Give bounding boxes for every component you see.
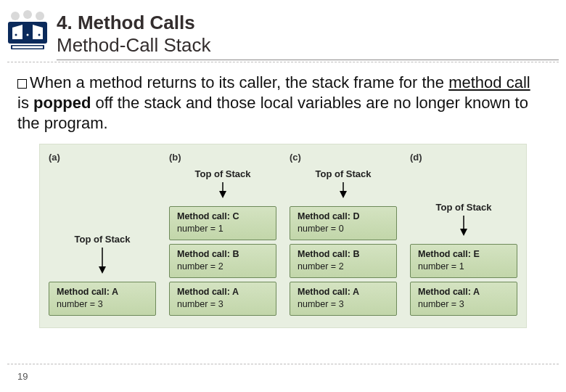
stack-frame: Method call: A number = 3 — [49, 282, 156, 316]
frame-method: Method call: A — [298, 286, 392, 298]
frame-number: number = 1 — [177, 223, 271, 235]
lead-word: When — [30, 73, 71, 91]
stack-column-a: (a) Top of Stack Method call: A number =… — [49, 152, 156, 315]
column-label: (c) — [290, 152, 397, 163]
stack-frame: Method call: D number = 0 — [290, 206, 397, 240]
slide-title-line2: Method-Call Stack — [57, 34, 210, 57]
stack-column-c: (c) Top of Stack Method call: D number =… — [290, 152, 397, 315]
svg-marker-16 — [460, 229, 467, 236]
frame-number: number = 3 — [177, 298, 271, 311]
frame-number: number = 3 — [418, 298, 512, 311]
top-of-stack-label: Top of Stack — [49, 234, 156, 245]
bold-word: popped — [33, 94, 91, 112]
university-logo — [6, 7, 49, 57]
stack-frame: Method call: A number = 3 — [169, 282, 276, 316]
column-label: (b) — [169, 152, 276, 163]
frame-method: Method call: E — [418, 248, 512, 261]
frame-method: Method call: B — [298, 248, 392, 261]
frame-method: Method call: A — [418, 286, 512, 298]
stack-column-b: (b) Top of Stack Method call: C number =… — [169, 152, 276, 315]
stack-frame: Method call: B number = 2 — [169, 244, 276, 278]
frame-number: number = 3 — [298, 298, 392, 311]
arrow-down-icon — [49, 248, 156, 274]
text-seg1: a method returns to its caller, the stac… — [71, 73, 448, 91]
svg-point-6 — [38, 34, 41, 36]
arrow-down-icon — [290, 182, 397, 198]
svg-point-1 — [11, 12, 20, 20]
stack-frame: Method call: E number = 1 — [410, 244, 517, 278]
page-number: 19 — [17, 371, 28, 382]
frame-number: number = 1 — [418, 261, 512, 273]
bullet-square-icon — [17, 79, 27, 89]
divider-dashed-bottom — [7, 364, 559, 364]
title-underline — [57, 60, 559, 60]
text-seg3: off the stack and those local variables … — [17, 94, 528, 132]
top-of-stack-label: Top of Stack — [169, 168, 276, 179]
svg-marker-14 — [340, 191, 347, 198]
stack-diagram: (a) Top of Stack Method call: A number =… — [39, 144, 527, 327]
column-label: (a) — [49, 152, 156, 163]
top-of-stack-label: Top of Stack — [290, 168, 397, 179]
stack-frame: Method call: C number = 1 — [169, 206, 276, 240]
frame-number: number = 3 — [57, 298, 151, 311]
frame-method: Method call: A — [177, 286, 271, 298]
stack-column-d: (d) Top of Stack Method call: E number =… — [410, 152, 517, 315]
arrow-down-icon — [410, 216, 517, 236]
svg-point-4 — [15, 34, 17, 36]
text-seg2: is — [17, 94, 33, 112]
slide-title-line1: 4. Method Calls — [57, 12, 210, 34]
frame-method: Method call: D — [298, 211, 392, 223]
underlined-phrase: method call — [448, 73, 530, 91]
column-label: (d) — [410, 152, 517, 163]
frame-number: number = 2 — [298, 261, 392, 273]
stack-frame: Method call: A number = 3 — [410, 282, 517, 316]
stack-frame: Method call: B number = 2 — [290, 244, 397, 278]
slide-header: 4. Method Calls Method-Call Stack — [0, 0, 566, 57]
frame-method: Method call: A — [57, 286, 151, 298]
stack-frame: Method call: A number = 3 — [290, 282, 397, 316]
bullet-paragraph: When a method returns to its caller, the… — [0, 62, 566, 134]
top-of-stack-label: Top of Stack — [410, 202, 517, 213]
svg-marker-12 — [219, 191, 226, 198]
frame-method: Method call: C — [177, 211, 271, 223]
svg-point-3 — [36, 12, 44, 20]
frame-method: Method call: B — [177, 248, 271, 261]
frame-number: number = 0 — [298, 223, 392, 235]
svg-marker-10 — [99, 266, 106, 274]
arrow-down-icon — [169, 182, 276, 198]
svg-rect-8 — [12, 46, 43, 49]
svg-point-5 — [27, 34, 29, 36]
frame-number: number = 2 — [177, 261, 271, 273]
svg-point-2 — [23, 10, 32, 19]
